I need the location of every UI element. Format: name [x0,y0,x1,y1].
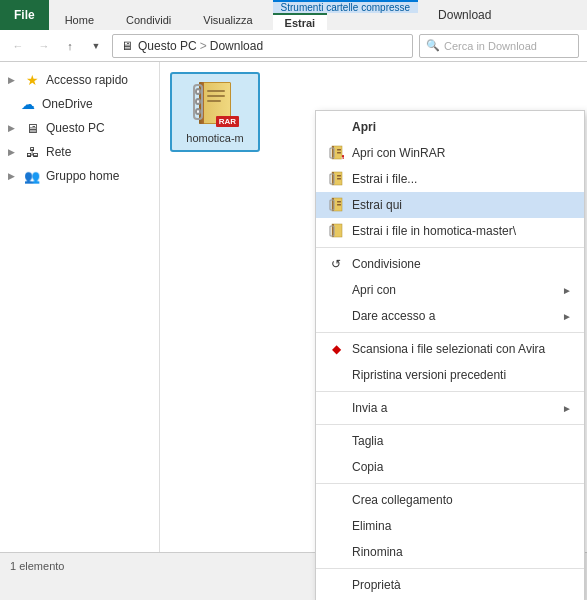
main-content: ▶ ★ Accesso rapido ☁ OneDrive ▶ 🖥 Questo… [0,62,587,552]
ctx-estrai-file-icon [328,171,344,187]
expand-arrow-icon-2: ▶ [8,123,18,133]
ctx-sep-6 [316,568,584,569]
ctx-taglia-label: Taglia [352,434,572,448]
file-icon-homotica[interactable]: RAR homotica-m [170,72,260,152]
svg-rect-16 [337,204,341,206]
cloud-icon: ☁ [20,96,36,112]
ctx-collegamento-icon [328,492,344,508]
rar-chain-link-3 [195,108,201,115]
ctx-sep-4 [316,424,584,425]
ctx-apri[interactable]: Apri [316,114,584,140]
context-menu: Apri R Apri con WinRAR Estrai i file... [315,110,585,600]
sidebar-label-rete: Rete [46,145,71,159]
sidebar-label-questo-pc: Questo PC [46,121,105,135]
nav-back-button[interactable]: ← [8,36,28,56]
ctx-scansiona[interactable]: ◆ Scansiona i file selezionati con Avira [316,336,584,362]
window-title: Download [418,0,587,30]
breadcrumb-pc: Questo PC [138,39,197,53]
star-icon: ★ [24,72,40,88]
tab-home[interactable]: Home [49,8,110,30]
nav-recent-button[interactable]: ▼ [86,36,106,56]
ctx-estrai-qui-icon [328,197,344,213]
ctx-elimina[interactable]: Elimina [316,513,584,539]
ctx-condivisione[interactable]: ↺ Condivisione [316,251,584,277]
address-path[interactable]: 🖥 Questo PC > Download [112,34,413,58]
computer-icon: 🖥 [24,120,40,136]
sidebar: ▶ ★ Accesso rapido ☁ OneDrive ▶ 🖥 Questo… [0,62,160,552]
home-group-icon: 👥 [24,168,40,184]
ctx-sep-2 [316,332,584,333]
nav-up-button[interactable]: ↑ [60,36,80,56]
ctx-taglia[interactable]: Taglia [316,428,584,454]
sidebar-item-rete[interactable]: ▶ 🖧 Rete [0,140,159,164]
svg-rect-11 [337,178,341,180]
ctx-scansiona-label: Scansiona i file selezionati con Avira [352,342,572,356]
rar-line-2 [207,95,225,97]
sidebar-item-onedrive[interactable]: ☁ OneDrive [0,92,159,116]
tools-sub-tabs: Estrai [273,13,419,30]
ctx-taglia-icon [328,433,344,449]
ctx-apri-con-icon [328,282,344,298]
ctx-ripristina-icon [328,367,344,383]
ctx-proprieta-icon [328,577,344,593]
ctx-proprieta[interactable]: Proprietà [316,572,584,598]
breadcrumb-sep: > [200,39,207,53]
ctx-copia[interactable]: Copia [316,454,584,480]
ctx-rinomina-icon [328,544,344,560]
ctx-elimina-icon [328,518,344,534]
title-bar: File Home Condividi Visualizza Strumenti… [0,0,587,30]
sidebar-label-gruppo-home: Gruppo home [46,169,119,183]
ctx-apri-con-arrow: ► [562,285,572,296]
tools-tab-group: Strumenti cartelle compresse Estrai [273,0,419,30]
ctx-winrar-icon: R [328,145,344,161]
network-icon: 🖧 [24,144,40,160]
ctx-crea-collegamento[interactable]: Crea collegamento [316,487,584,513]
ctx-elimina-label: Elimina [352,519,572,533]
tab-condividi[interactable]: Condividi [110,8,187,30]
status-text: 1 elemento [10,560,64,572]
ctx-estrai-homotica-label: Estrai i file in homotica-master\ [352,224,572,238]
ctx-apri-winrar[interactable]: R Apri con WinRAR [316,140,584,166]
svg-rect-15 [337,201,341,203]
ctx-estrai-qui-label: Estrai qui [352,198,572,212]
ctx-dare-accesso-label: Dare accesso a [352,309,554,323]
rar-line-1 [207,90,225,92]
ctx-apri-label: Apri [352,120,572,134]
rar-chain-link-1 [195,88,201,95]
breadcrumb-icon: 🖥 [121,39,133,53]
ctx-estrai-qui[interactable]: Estrai qui [316,192,584,218]
expand-arrow-icon: ▶ [8,75,18,85]
ctx-avira-icon: ◆ [328,341,344,357]
ctx-apri-con[interactable]: Apri con ► [316,277,584,303]
ctx-dare-accesso[interactable]: Dare accesso a ► [316,303,584,329]
search-placeholder: Cerca in Download [444,40,537,52]
search-box[interactable]: 🔍 Cerca in Download [419,34,579,58]
ctx-invia-arrow: ► [562,403,572,414]
nav-forward-button[interactable]: → [34,36,54,56]
ctx-invia-a[interactable]: Invia a ► [316,395,584,421]
ribbon-tabs-row: Home Condividi Visualizza [49,0,269,30]
tab-visualizza[interactable]: Visualizza [187,8,268,30]
rar-line-3 [207,100,221,102]
sidebar-item-gruppo-home[interactable]: ▶ 👥 Gruppo home [0,164,159,188]
ctx-ripristina[interactable]: Ripristina versioni precedenti [316,362,584,388]
ctx-rinomina-label: Rinomina [352,545,572,559]
ctx-dare-accesso-icon [328,308,344,324]
ctx-rinomina[interactable]: Rinomina [316,539,584,565]
ctx-estrai-file-label: Estrai i file... [352,172,572,186]
ctx-estrai-homotica[interactable]: Estrai i file in homotica-master\ [316,218,584,244]
sidebar-label-onedrive: OneDrive [42,97,93,111]
file-label: homotica-m [186,132,243,144]
ctx-apri-icon [328,119,344,135]
file-tab-button[interactable]: File [0,0,49,30]
address-bar: ← → ↑ ▼ 🖥 Questo PC > Download 🔍 Cerca i… [0,30,587,62]
ctx-ripristina-label: Ripristina versioni precedenti [352,368,572,382]
ctx-dare-accesso-arrow: ► [562,311,572,322]
ctx-estrai-homotica-icon [328,223,344,239]
ctx-estrai-file[interactable]: Estrai i file... [316,166,584,192]
tab-estrai[interactable]: Estrai [273,13,328,30]
sidebar-item-accesso-rapido[interactable]: ▶ ★ Accesso rapido [0,68,159,92]
svg-rect-4 [337,152,341,154]
ctx-crea-collegamento-label: Crea collegamento [352,493,572,507]
sidebar-item-questo-pc[interactable]: ▶ 🖥 Questo PC [0,116,159,140]
